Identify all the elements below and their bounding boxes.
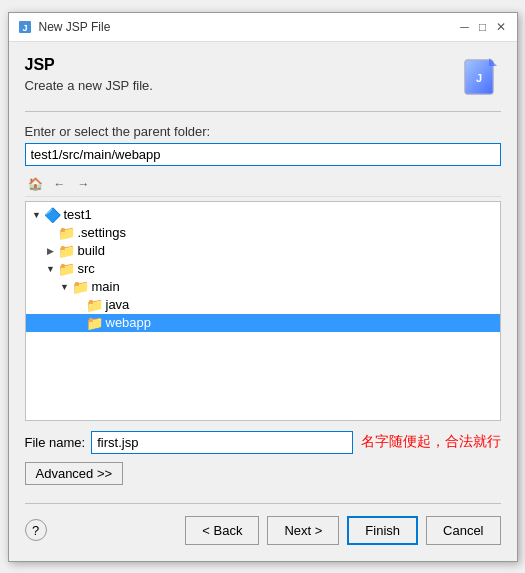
nav-back-button[interactable]: ← [49, 174, 71, 194]
maximize-button[interactable]: □ [475, 19, 491, 35]
window-title: New JSP File [39, 20, 451, 34]
tree-item-java[interactable]: 📁 java [26, 296, 500, 314]
dialog-window: J New JSP File ─ □ ✕ JSP Create a new JS… [8, 12, 518, 562]
footer-buttons: ? < Back Next > Finish Cancel [25, 512, 501, 551]
window-icon: J [17, 19, 33, 35]
tree-item-webapp[interactable]: 📁 webapp [26, 314, 500, 332]
tree-item-main[interactable]: ▼ 📁 main [26, 278, 500, 296]
tree-item-src[interactable]: ▼ 📁 src [26, 260, 500, 278]
tree-label-build: build [78, 243, 105, 258]
file-name-input[interactable] [91, 431, 352, 454]
tree-arrow-build: ▶ [44, 246, 58, 256]
back-button[interactable]: < Back [185, 516, 259, 545]
wizard-icon: J [461, 56, 501, 99]
nav-home-button[interactable]: 🏠 [25, 174, 47, 194]
advanced-button[interactable]: Advanced >> [25, 462, 124, 485]
project-icon: 🔷 [44, 207, 61, 223]
tree-item-settings[interactable]: 📁 .settings [26, 224, 500, 242]
tree-label-webapp: webapp [106, 315, 152, 330]
window-controls: ─ □ ✕ [457, 19, 509, 35]
folder-input[interactable] [25, 143, 501, 166]
folder-label: Enter or select the parent folder: [25, 124, 501, 139]
dialog-title: JSP [25, 56, 153, 74]
folder-icon-java: 📁 [86, 297, 103, 313]
header-section: JSP Create a new JSP file. J [25, 56, 501, 99]
file-annotation: 名字随便起，合法就行 [361, 433, 501, 451]
tree-item-build[interactable]: ▶ 📁 build [26, 242, 500, 260]
tree-label-main: main [92, 279, 120, 294]
nav-forward-button[interactable]: → [73, 174, 95, 194]
help-button[interactable]: ? [25, 519, 47, 541]
tree-item-test1[interactable]: ▼ 🔷 test1 [26, 206, 500, 224]
folder-icon-webapp: 📁 [86, 315, 103, 331]
title-bar: J New JSP File ─ □ ✕ [9, 13, 517, 42]
svg-text:J: J [22, 23, 27, 33]
toolbar-row: 🏠 ← → [25, 172, 501, 197]
minimize-button[interactable]: ─ [457, 19, 473, 35]
tree-arrow-main: ▼ [58, 282, 72, 292]
folder-tree[interactable]: ▼ 🔷 test1 📁 .settings ▶ 📁 build ▼ [25, 201, 501, 421]
close-button[interactable]: ✕ [493, 19, 509, 35]
file-name-label: File name: [25, 435, 86, 450]
svg-text:J: J [475, 72, 481, 84]
header-left: JSP Create a new JSP file. [25, 56, 153, 93]
folder-icon-main: 📁 [72, 279, 89, 295]
cancel-button[interactable]: Cancel [426, 516, 500, 545]
tree-label-java: java [106, 297, 130, 312]
footer-right-buttons: < Back Next > Finish Cancel [185, 516, 500, 545]
folder-icon-build: 📁 [58, 243, 75, 259]
tree-label-settings: .settings [78, 225, 126, 240]
tree-label-src: src [78, 261, 95, 276]
dialog-subtitle: Create a new JSP file. [25, 78, 153, 93]
file-name-row: File name: 名字随便起，合法就行 [25, 431, 501, 454]
footer-divider [25, 503, 501, 504]
svg-marker-4 [489, 58, 497, 66]
finish-button[interactable]: Finish [347, 516, 418, 545]
folder-icon-src: 📁 [58, 261, 75, 277]
tree-label-test1: test1 [64, 207, 92, 222]
header-divider [25, 111, 501, 112]
dialog-content: JSP Create a new JSP file. J [9, 42, 517, 561]
next-button[interactable]: Next > [267, 516, 339, 545]
folder-icon-settings: 📁 [58, 225, 75, 241]
tree-arrow-src: ▼ [44, 264, 58, 274]
tree-arrow-test1: ▼ [30, 210, 44, 220]
